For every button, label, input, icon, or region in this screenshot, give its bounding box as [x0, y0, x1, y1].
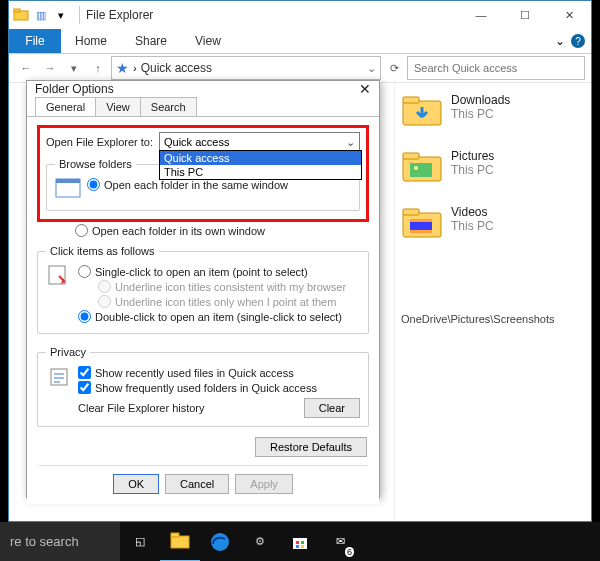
titlebar: ▥ ▾ File Explorer ― ☐ ✕	[9, 1, 591, 29]
content-right: Downloads This PC Pictures This PC Vid	[395, 83, 591, 521]
tab-search[interactable]: Search	[140, 97, 197, 116]
svg-rect-3	[403, 97, 419, 103]
taskbar-explorer-icon[interactable]	[160, 521, 200, 561]
taskbar: re to search ◱ ⚙ ✉6	[0, 522, 600, 561]
radio-single-click-label: Single-click to open an item (point to s…	[95, 266, 308, 278]
check-recent-files-label: Show recently used files in Quick access	[95, 367, 294, 379]
downloads-loc: This PC	[451, 107, 510, 121]
quick-access-star-icon: ★	[116, 60, 129, 76]
library-videos[interactable]: Videos This PC	[401, 205, 585, 243]
dialog-tabs: General View Search	[27, 97, 379, 116]
browse-folders-legend: Browse folders	[55, 158, 136, 170]
library-downloads[interactable]: Downloads This PC	[401, 93, 585, 131]
ribbon-share-tab[interactable]: Share	[121, 29, 181, 53]
check-freq-folders[interactable]	[78, 381, 91, 394]
taskbar-settings-icon[interactable]: ⚙	[240, 522, 280, 561]
radio-underline-browser	[98, 280, 111, 293]
open-explorer-label: Open File Explorer to:	[46, 136, 153, 148]
radio-double-click-row[interactable]: Double-click to open an item (single-cli…	[78, 310, 360, 323]
clear-button[interactable]: Clear	[304, 398, 360, 418]
taskbar-mail-icon[interactable]: ✉6	[320, 522, 360, 561]
radio-same-window[interactable]	[87, 178, 100, 191]
check-freq-folders-row[interactable]: Show frequently used folders in Quick ac…	[78, 381, 360, 394]
restore-defaults-button[interactable]: Restore Defaults	[255, 437, 367, 457]
minimize-button[interactable]: ―	[459, 1, 503, 29]
combo-option-quick-access[interactable]: Quick access	[160, 151, 361, 165]
status-path: OneDrive\Pictures\Screenshots	[401, 313, 585, 325]
cancel-button[interactable]: Cancel	[165, 474, 229, 494]
radio-own-window-row[interactable]: Open each folder in its own window	[75, 224, 369, 237]
pictures-name: Pictures	[451, 149, 494, 163]
click-items-legend: Click items as follows	[46, 245, 159, 257]
dialog-titlebar: Folder Options ✕	[27, 81, 379, 97]
check-recent-files-row[interactable]: Show recently used files in Quick access	[78, 366, 360, 379]
search-box[interactable]	[407, 56, 585, 80]
radio-underline-point	[98, 295, 111, 308]
svg-rect-20	[293, 538, 307, 549]
radio-underline-point-label: Underline icon titles only when I point …	[115, 296, 336, 308]
dialog-body: Open File Explorer to: Quick access ⌄ Qu…	[27, 116, 379, 504]
svg-rect-6	[410, 163, 432, 177]
ribbon-home-tab[interactable]: Home	[61, 29, 121, 53]
nav-up-button[interactable]: ↑	[87, 57, 109, 79]
refresh-button[interactable]: ⟳	[383, 57, 405, 79]
radio-single-click[interactable]	[78, 265, 91, 278]
tab-general[interactable]: General	[35, 97, 96, 116]
svg-rect-22	[301, 541, 304, 544]
pictures-loc: This PC	[451, 163, 494, 177]
address-dropdown-icon[interactable]: ⌄	[367, 62, 376, 75]
help-icon[interactable]: ?	[571, 34, 585, 48]
combo-dropdown-list: Quick access This PC	[159, 150, 362, 180]
click-items-icon	[46, 263, 72, 289]
svg-rect-12	[410, 230, 432, 233]
nav-forward-button[interactable]: →	[39, 57, 61, 79]
highlighted-area: Open File Explorer to: Quick access ⌄ Qu…	[37, 125, 369, 222]
address-row: ← → ▾ ↑ ★ › Quick access ⌄ ⟳	[9, 54, 591, 83]
videos-name: Videos	[451, 205, 494, 219]
ribbon-expand-icon[interactable]: ⌄	[555, 34, 565, 48]
open-explorer-combo[interactable]: Quick access ⌄ Quick access This PC	[159, 132, 360, 152]
dialog-close-button[interactable]: ✕	[359, 81, 371, 97]
radio-underline-browser-row: Underline icon titles consistent with my…	[98, 280, 360, 293]
address-bar[interactable]: ★ › Quick access ⌄	[111, 56, 381, 80]
taskbar-store-icon[interactable]	[280, 522, 320, 561]
ok-button[interactable]: OK	[113, 474, 159, 494]
check-recent-files[interactable]	[78, 366, 91, 379]
search-input[interactable]	[412, 61, 580, 75]
library-pictures[interactable]: Pictures This PC	[401, 149, 585, 187]
explorer-icon	[13, 7, 29, 23]
maximize-button[interactable]: ☐	[503, 1, 547, 29]
combo-option-this-pc[interactable]: This PC	[160, 165, 361, 179]
address-separator: ›	[133, 62, 137, 74]
task-view-button[interactable]: ◱	[120, 522, 160, 561]
radio-double-click[interactable]	[78, 310, 91, 323]
check-freq-folders-label: Show frequently used folders in Quick ac…	[95, 382, 317, 394]
address-text: Quick access	[141, 61, 212, 75]
combo-selected-text: Quick access	[164, 136, 229, 148]
radio-own-window[interactable]	[75, 224, 88, 237]
close-button[interactable]: ✕	[547, 1, 591, 29]
ribbon-view-tab[interactable]: View	[181, 29, 235, 53]
taskbar-edge-icon[interactable]	[200, 522, 240, 561]
nav-back-button[interactable]: ←	[15, 57, 37, 79]
taskbar-search[interactable]: re to search	[0, 522, 120, 561]
folder-options-dialog: Folder Options ✕ General View Search Ope…	[26, 80, 380, 498]
radio-double-click-label: Double-click to open an item (single-cli…	[95, 311, 342, 323]
downloads-icon	[401, 93, 443, 131]
qa-pin-icon[interactable]: ▥	[33, 7, 49, 23]
svg-rect-5	[403, 153, 419, 159]
radio-single-click-row[interactable]: Single-click to open an item (point to s…	[78, 265, 360, 278]
videos-loc: This PC	[451, 219, 494, 233]
videos-icon	[401, 205, 443, 243]
nav-recent-dropdown[interactable]: ▾	[63, 57, 85, 79]
mail-badge: 6	[345, 547, 354, 557]
tab-view[interactable]: View	[95, 97, 141, 116]
apply-button[interactable]: Apply	[235, 474, 293, 494]
radio-same-window-label: Open each folder in the same window	[104, 179, 288, 191]
svg-rect-23	[296, 545, 299, 548]
ribbon-file-tab[interactable]: File	[9, 29, 61, 53]
radio-own-window-label: Open each folder in its own window	[92, 225, 265, 237]
svg-rect-14	[56, 179, 80, 183]
separator	[79, 6, 80, 24]
qa-dropdown-icon[interactable]: ▾	[53, 7, 69, 23]
